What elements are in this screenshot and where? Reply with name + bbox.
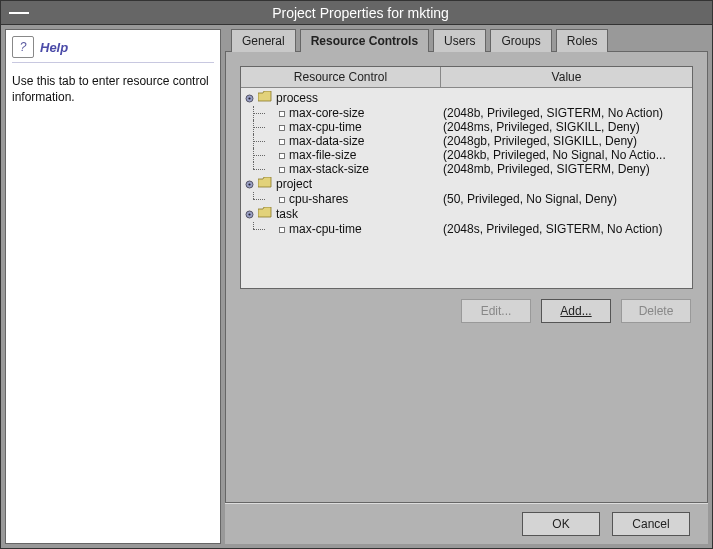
svg-point-11 xyxy=(248,213,250,215)
svg-rect-5 xyxy=(280,154,285,159)
tab-panel: Resource Control Value processmax-core-s… xyxy=(225,51,708,503)
right-panel: General Resource Controls Users Groups R… xyxy=(225,29,708,544)
leaf-value: (2048gb, Privileged, SIGKILL, Deny) xyxy=(443,134,688,148)
leaf-value: (50, Privileged, No Signal, Deny) xyxy=(443,192,688,206)
tab-resource-controls[interactable]: Resource Controls xyxy=(300,29,429,52)
tree-group-row[interactable]: task xyxy=(245,206,688,222)
tree-connector xyxy=(245,222,279,236)
tree-group: taskmax-cpu-time(2048s, Privileged, SIGT… xyxy=(245,206,688,236)
resource-tree: Resource Control Value processmax-core-s… xyxy=(240,66,693,289)
leaf-value: (2048ms, Privileged, SIGKILL, Deny) xyxy=(443,120,688,134)
document-icon xyxy=(279,134,289,148)
document-icon xyxy=(279,106,289,120)
svg-rect-4 xyxy=(280,140,285,145)
tree-connector xyxy=(245,134,279,148)
add-button[interactable]: Add... xyxy=(541,299,611,323)
tab-general[interactable]: General xyxy=(231,29,296,52)
tree-leaf-row[interactable]: max-stack-size(2048mb, Privileged, SIGTE… xyxy=(245,162,688,176)
leaf-name: max-core-size xyxy=(289,106,443,120)
chevron-down-icon[interactable] xyxy=(245,210,254,219)
folder-icon xyxy=(256,207,274,221)
column-header-name[interactable]: Resource Control xyxy=(241,67,441,87)
tree-connector xyxy=(245,162,279,176)
leaf-name: max-cpu-time xyxy=(289,120,443,134)
document-icon xyxy=(279,120,289,134)
leaf-name: max-data-size xyxy=(289,134,443,148)
tree-headers: Resource Control Value xyxy=(241,67,692,88)
document-icon xyxy=(279,192,289,206)
leaf-value: (2048mb, Privileged, SIGTERM, Deny) xyxy=(443,162,688,176)
svg-rect-12 xyxy=(280,228,285,233)
dialog-footer: OK Cancel xyxy=(225,503,708,544)
help-icon[interactable]: ? xyxy=(12,36,34,58)
cancel-button[interactable]: Cancel xyxy=(612,512,690,536)
tree-body: processmax-core-size(2048b, Privileged, … xyxy=(241,88,692,288)
svg-point-1 xyxy=(248,97,250,99)
tree-leaf-row[interactable]: cpu-shares(50, Privileged, No Signal, De… xyxy=(245,192,688,206)
tree-leaf-row[interactable]: max-cpu-time(2048ms, Privileged, SIGKILL… xyxy=(245,120,688,134)
ok-button[interactable]: OK xyxy=(522,512,600,536)
window-title: Project Properties for mkting xyxy=(37,5,712,21)
folder-icon xyxy=(256,91,274,105)
svg-rect-9 xyxy=(280,198,285,203)
tab-roles[interactable]: Roles xyxy=(556,29,609,52)
group-label: task xyxy=(276,207,298,221)
tree-leaf-row[interactable]: max-core-size(2048b, Privileged, SIGTERM… xyxy=(245,106,688,120)
group-label: process xyxy=(276,91,318,105)
tabstrip: General Resource Controls Users Groups R… xyxy=(225,29,708,52)
tree-connector xyxy=(245,106,279,120)
titlebar[interactable]: Project Properties for mkting xyxy=(1,1,712,25)
svg-rect-6 xyxy=(280,168,285,173)
svg-rect-2 xyxy=(280,112,285,117)
folder-icon xyxy=(256,177,274,191)
chevron-down-icon[interactable] xyxy=(245,180,254,189)
tree-button-row: Edit... Add... Delete xyxy=(240,289,693,333)
leaf-name: max-file-size xyxy=(289,148,443,162)
tree-leaf-row[interactable]: max-cpu-time(2048s, Privileged, SIGTERM,… xyxy=(245,222,688,236)
help-title: Help xyxy=(40,40,68,55)
help-panel: ? Help Use this tab to enter resource co… xyxy=(5,29,221,544)
leaf-name: max-cpu-time xyxy=(289,222,443,236)
edit-button[interactable]: Edit... xyxy=(461,299,531,323)
document-icon xyxy=(279,222,289,236)
leaf-name: max-stack-size xyxy=(289,162,443,176)
tab-users[interactable]: Users xyxy=(433,29,486,52)
tree-leaf-row[interactable]: max-file-size(2048kb, Privileged, No Sig… xyxy=(245,148,688,162)
tree-connector xyxy=(245,120,279,134)
tree-group: processmax-core-size(2048b, Privileged, … xyxy=(245,90,688,176)
leaf-name: cpu-shares xyxy=(289,192,443,206)
svg-point-8 xyxy=(248,183,250,185)
help-header: ? Help xyxy=(12,36,214,63)
leaf-value: (2048s, Privileged, SIGTERM, No Action) xyxy=(443,222,688,236)
help-body: Use this tab to enter resource control i… xyxy=(12,73,214,105)
tab-groups[interactable]: Groups xyxy=(490,29,551,52)
leaf-value: (2048kb, Privileged, No Signal, No Actio… xyxy=(443,148,688,162)
window: Project Properties for mkting ? Help Use… xyxy=(0,0,713,549)
tree-group: projectcpu-shares(50, Privileged, No Sig… xyxy=(245,176,688,206)
group-label: project xyxy=(276,177,312,191)
tree-connector xyxy=(245,148,279,162)
body: ? Help Use this tab to enter resource co… xyxy=(1,25,712,548)
leaf-value: (2048b, Privileged, SIGTERM, No Action) xyxy=(443,106,688,120)
document-icon xyxy=(279,162,289,176)
delete-button[interactable]: Delete xyxy=(621,299,691,323)
chevron-down-icon[interactable] xyxy=(245,94,254,103)
column-header-value[interactable]: Value xyxy=(441,67,692,87)
tree-connector xyxy=(245,192,279,206)
tree-leaf-row[interactable]: max-data-size(2048gb, Privileged, SIGKIL… xyxy=(245,134,688,148)
window-menu-icon[interactable] xyxy=(9,12,29,14)
document-icon xyxy=(279,148,289,162)
tree-group-row[interactable]: project xyxy=(245,176,688,192)
tree-group-row[interactable]: process xyxy=(245,90,688,106)
svg-rect-3 xyxy=(280,126,285,131)
